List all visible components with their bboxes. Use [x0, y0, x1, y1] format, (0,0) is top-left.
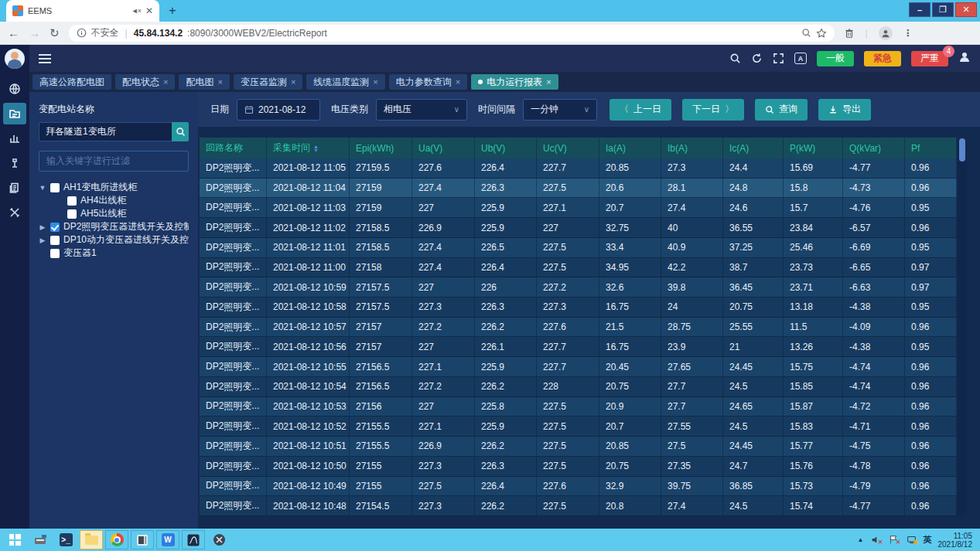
- tree-node[interactable]: ▼AH1变电所进线柜: [39, 181, 189, 194]
- taskbar-clock[interactable]: 11:05 2021/8/12: [938, 532, 973, 549]
- tree-node-label[interactable]: AH1变电所进线柜: [63, 181, 137, 194]
- column-header-Pf[interactable]: Pf: [905, 138, 957, 158]
- zoom-icon[interactable]: [801, 28, 811, 38]
- fullscreen-icon[interactable]: [773, 53, 784, 64]
- tree-node-label[interactable]: 变压器1: [63, 247, 97, 260]
- rail-item-statistics[interactable]: [3, 128, 26, 149]
- column-header-Epi(kWh)[interactable]: Epi(kWh): [350, 138, 412, 158]
- table-row[interactable]: DP2照明变...2021-08-12 11:0127158.5227.4226…: [200, 238, 957, 258]
- rail-item-maintenance[interactable]: [3, 202, 26, 223]
- tab-close-icon[interactable]: ×: [291, 77, 295, 87]
- rail-item-control[interactable]: [3, 152, 26, 174]
- interval-select[interactable]: 一分钟∨: [523, 99, 597, 121]
- tab-高速公路配电图[interactable]: 高速公路配电图: [32, 74, 111, 90]
- tree-filter-input[interactable]: 输入关键字进行过滤: [39, 151, 189, 172]
- tree-checkbox[interactable]: [67, 196, 77, 206]
- table-row[interactable]: DP2照明变...2021-08-12 10:4827154.5227.3226…: [200, 496, 957, 516]
- tree-node[interactable]: AH5出线柜: [39, 207, 189, 220]
- column-header-Ub(V)[interactable]: Ub(V): [475, 138, 537, 158]
- design-tool-icon[interactable]: [182, 530, 205, 549]
- user-menu-icon[interactable]: [958, 51, 971, 66]
- table-row[interactable]: DP2照明变...2021-08-12 10:5327156227225.822…: [200, 397, 957, 417]
- tree-expand-icon[interactable]: ▼: [39, 184, 46, 192]
- horizontal-scrollbar-track[interactable]: [198, 516, 980, 529]
- tab-线缆温度监测[interactable]: 线缆温度监测×: [306, 74, 384, 90]
- next-day-button[interactable]: 下一日 〉: [682, 99, 744, 121]
- scrollbar-thumb[interactable]: [959, 138, 965, 162]
- tree-checkbox[interactable]: [50, 223, 60, 232]
- monitor-app-icon[interactable]: [131, 530, 154, 549]
- browser-menu-icon[interactable]: ⋮: [903, 28, 913, 39]
- tree-node-label[interactable]: DP2照明变压器进线开关及控制室: [63, 220, 189, 233]
- config-tool-icon[interactable]: [207, 530, 230, 549]
- browser-tab[interactable]: EEMS ◄× ✕: [6, 0, 159, 22]
- search-icon[interactable]: [729, 53, 741, 64]
- ime-language-indicator[interactable]: 英: [924, 534, 932, 546]
- column-header-Uc(V)[interactable]: Uc(V): [537, 138, 599, 158]
- column-header-Ua(V)[interactable]: Ua(V): [412, 138, 475, 158]
- table-row[interactable]: DP2照明变...2021-08-12 10:5627157227226.122…: [200, 337, 957, 357]
- window-minimize-button[interactable]: –: [909, 2, 930, 17]
- powershell-icon[interactable]: >_: [54, 530, 77, 549]
- tree-node[interactable]: ▶DP2照明变压器进线开关及控制室: [39, 220, 189, 233]
- table-row[interactable]: DP2照明变...2021-08-12 11:0227158.5226.9225…: [200, 218, 957, 238]
- table-row[interactable]: DP2照明变...2021-08-12 10:5127155.5226.9226…: [200, 437, 957, 457]
- tree-node[interactable]: ▶DP10动力变压器进线开关及控制室: [39, 233, 189, 247]
- menu-toggle-icon[interactable]: [39, 54, 51, 63]
- tab-close-icon[interactable]: ×: [163, 77, 168, 87]
- date-input[interactable]: 2021-08-12: [237, 99, 320, 121]
- rail-item-reports[interactable]: [3, 103, 26, 124]
- tree-node[interactable]: AH4出线柜: [39, 194, 189, 207]
- server-manager-icon[interactable]: [29, 530, 52, 549]
- table-row[interactable]: DP2照明变...2021-08-12 10:4927155227.5226.4…: [200, 477, 957, 497]
- column-header-采集时间[interactable]: 采集时间▲▼: [267, 138, 350, 158]
- new-tab-button[interactable]: +: [166, 4, 179, 18]
- tree-checkbox[interactable]: [50, 183, 60, 192]
- tree-checkbox[interactable]: [67, 209, 77, 219]
- query-button[interactable]: 查询: [755, 99, 808, 121]
- tab-配电图[interactable]: 配电图×: [179, 74, 229, 90]
- window-maximize-button[interactable]: ❐: [932, 2, 954, 17]
- forward-icon[interactable]: →: [29, 26, 40, 39]
- column-header-Ib(A)[interactable]: Ib(A): [661, 138, 723, 158]
- prev-day-button[interactable]: 〈 上一日: [610, 99, 671, 121]
- station-search-input[interactable]: [39, 122, 172, 141]
- table-row[interactable]: DP2照明变...2021-08-12 11:0527159.5227.6226…: [200, 158, 957, 179]
- volume-muted-icon[interactable]: ✕: [870, 535, 882, 545]
- table-row[interactable]: DP2照明变...2021-08-12 10:5427156.5227.2226…: [200, 377, 957, 397]
- table-row[interactable]: DP2照明变...2021-08-12 10:5827157.5227.3226…: [200, 298, 957, 318]
- column-header-P(kW)[interactable]: P(kW): [784, 138, 843, 158]
- table-row[interactable]: DP2照明变...2021-08-12 10:5727157227.2226.2…: [200, 318, 957, 338]
- refresh-icon[interactable]: [751, 53, 763, 64]
- voltage-type-select[interactable]: 相电压∨: [376, 99, 467, 121]
- vertical-scrollbar[interactable]: [958, 138, 967, 516]
- file-explorer-icon[interactable]: [80, 530, 103, 549]
- chrome-icon[interactable]: [105, 530, 128, 549]
- start-button[interactable]: [3, 530, 26, 549]
- alarm-normal-button[interactable]: 一般: [817, 51, 854, 66]
- profile-avatar-icon[interactable]: [879, 26, 893, 40]
- export-button[interactable]: 导出: [818, 99, 871, 121]
- table-row[interactable]: DP2照明变...2021-08-12 10:5527156.5227.1225…: [200, 357, 957, 377]
- tab-电力参数查询[interactable]: 电力参数查询×: [389, 74, 467, 90]
- action-center-flag-icon[interactable]: ✕: [888, 535, 900, 545]
- tab-close-icon[interactable]: ✕: [145, 5, 153, 16]
- alarm-critical-button[interactable]: 严重4: [911, 51, 948, 66]
- column-header-Q(kVar)[interactable]: Q(kVar): [843, 138, 905, 158]
- alarm-urgent-button[interactable]: 紧急: [864, 51, 901, 66]
- table-row[interactable]: DP2照明变...2021-08-12 11:0427159227.4226.3…: [200, 179, 957, 199]
- tab-电力运行报表[interactable]: 电力运行报表×: [471, 74, 558, 90]
- sort-icon[interactable]: ▲▼: [313, 145, 319, 152]
- tree-expand-icon[interactable]: ▶: [39, 223, 46, 231]
- back-icon[interactable]: ←: [8, 26, 19, 39]
- network-status-icon[interactable]: ✱: [906, 535, 917, 545]
- table-row[interactable]: DP2照明变...2021-08-12 11:0327159227225.922…: [200, 198, 957, 218]
- table-row[interactable]: DP2照明变...2021-08-12 10:5027155227.3226.3…: [200, 457, 957, 477]
- tab-close-icon[interactable]: ×: [217, 77, 222, 87]
- address-bar[interactable]: 不安全 | 45.84.134.2 :8090/3000WEBV2/Electr…: [69, 25, 835, 42]
- column-header-Ia(A)[interactable]: Ia(A): [599, 138, 661, 158]
- user-avatar[interactable]: [5, 49, 25, 69]
- tree-node-label[interactable]: DP10动力变压器进线开关及控制室: [63, 233, 189, 247]
- tab-close-icon[interactable]: ×: [546, 77, 551, 87]
- rail-item-documents[interactable]: [3, 177, 26, 199]
